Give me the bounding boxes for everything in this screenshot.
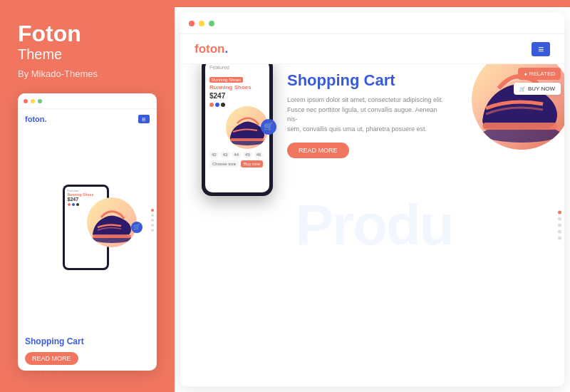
mini-shoe-circle [87, 197, 137, 247]
right-panel: foton. ≡ Produ Featured Running Shoes Ru… [175, 0, 570, 392]
content-area: Shopping Cart Lorem ipsum dolor sit amet… [287, 71, 493, 158]
browser-mockup: foton. ≡ Produ Featured Running Shoes Ru… [180, 13, 564, 386]
lp-buttons: Choose size Buy now [209, 160, 265, 167]
content-shopping-title: Shopping Cart [287, 71, 493, 90]
svg-rect-3 [230, 138, 264, 141]
content-description: Lorem ipsum dolor sit amet, consectetur … [287, 96, 444, 134]
lp-size-42[interactable]: 42 [209, 152, 219, 158]
svg-rect-1 [93, 234, 131, 238]
lp-label: Running Shoes [209, 77, 243, 83]
color-swatch-blue [72, 203, 75, 206]
browser-content: foton. ≡ Produ Featured Running Shoes Ru… [180, 34, 564, 386]
mini-dot-red [24, 99, 28, 103]
lp-color-dark [221, 103, 225, 107]
mini-logo: foton. [25, 115, 47, 123]
browser-bar [180, 13, 564, 34]
mini-nav-dot-3 [151, 219, 154, 222]
large-phone-screen: Featured Running Shoes Running Shoes $24… [205, 64, 269, 192]
lp-featured: Featured [209, 65, 265, 70]
mini-nav: foton. [25, 115, 150, 123]
svg-rect-5 [482, 123, 557, 130]
lp-size-46[interactable]: 46 [254, 152, 264, 158]
brand-subtitle: Theme [18, 46, 157, 63]
lp-price: $247 [209, 92, 265, 100]
lp-shoe-area [209, 110, 265, 149]
mini-dot-yellow [31, 99, 35, 103]
related-icon: ● [524, 71, 527, 76]
mini-browser-bar [18, 93, 157, 109]
brand-by: By Mikado-Themes [18, 68, 157, 79]
nav-dot-right-3[interactable] [558, 224, 561, 227]
brand-title: Foton Theme By Mikado-Themes [18, 21, 157, 93]
nav-dot-right-2[interactable] [558, 217, 561, 221]
lp-title: Running Shoes [209, 84, 265, 91]
cart-icon: 🛒 [519, 86, 526, 92]
background-text: Produ [296, 192, 453, 258]
browser-hamburger-icon[interactable]: ≡ [532, 42, 550, 56]
lp-size-45[interactable]: 45 [243, 152, 252, 158]
lp-choose-button[interactable]: Choose size [209, 160, 239, 167]
nav-dot-right-4[interactable] [558, 230, 561, 234]
lp-buy-button[interactable]: Buy now [241, 160, 263, 167]
mini-read-more-button[interactable]: READ MORE [25, 352, 78, 365]
browser-main: Produ Featured Running Shoes Running Sho… [180, 64, 564, 386]
related-button[interactable]: ● RELATED [518, 68, 561, 80]
dots-nav-right [558, 211, 561, 240]
browser-nav: foton. ≡ [180, 34, 564, 64]
browser-logo: foton. [195, 42, 228, 56]
browser-dot-yellow [199, 21, 204, 26]
large-phone-wrap: Featured Running Shoes Running Shoes $24… [202, 64, 273, 196]
mini-shoe-svg [87, 197, 137, 247]
content-read-more-button[interactable]: READ MORE [287, 143, 349, 158]
color-swatch-dark [76, 203, 79, 206]
mini-phone-wrap: Featured Running Shoes $247 [25, 129, 150, 325]
color-swatch-coral [68, 203, 71, 206]
mini-shopping-cart-title: Shopping Cart [25, 336, 150, 346]
lp-color-blue [215, 103, 219, 107]
lp-size-43[interactable]: 43 [221, 152, 230, 158]
mini-content: foton. Featured Running Shoes $247 [18, 109, 157, 331]
lp-colors [209, 103, 265, 107]
mini-browser-mockup: foton. Featured Running Shoes $247 [18, 93, 157, 371]
mini-dots-navigation [151, 209, 154, 232]
mini-cart-button[interactable]: 🛒 [131, 222, 142, 233]
mini-nav-dot-5 [151, 229, 154, 232]
lp-cart-button[interactable]: 🛒 [261, 119, 276, 135]
browser-dot-red [189, 21, 195, 26]
mini-dot-green [38, 99, 42, 103]
lp-sizes: 42 43 44 45 46 [209, 152, 265, 158]
mini-bottom-section: Shopping Cart READ MORE [18, 331, 157, 371]
lp-color-coral [209, 103, 214, 107]
buy-now-button[interactable]: 🛒 BUY NOW [514, 83, 561, 95]
nav-dot-right-1[interactable] [558, 211, 561, 215]
browser-dot-green [209, 21, 214, 26]
brand-name: Foton [18, 21, 157, 46]
mini-hamburger-icon[interactable] [138, 115, 150, 123]
lp-size-44[interactable]: 44 [232, 152, 241, 158]
top-accent-bar [175, 0, 570, 7]
mini-nav-dot-1 [151, 209, 154, 212]
mini-nav-dot-4 [151, 224, 154, 227]
bottom-credit: Lead Mori [21, 371, 62, 381]
left-panel: Foton Theme By Mikado-Themes foton. Feat [0, 0, 175, 392]
mini-nav-dot-2 [151, 214, 154, 217]
nav-dot-right-5[interactable] [558, 237, 561, 240]
